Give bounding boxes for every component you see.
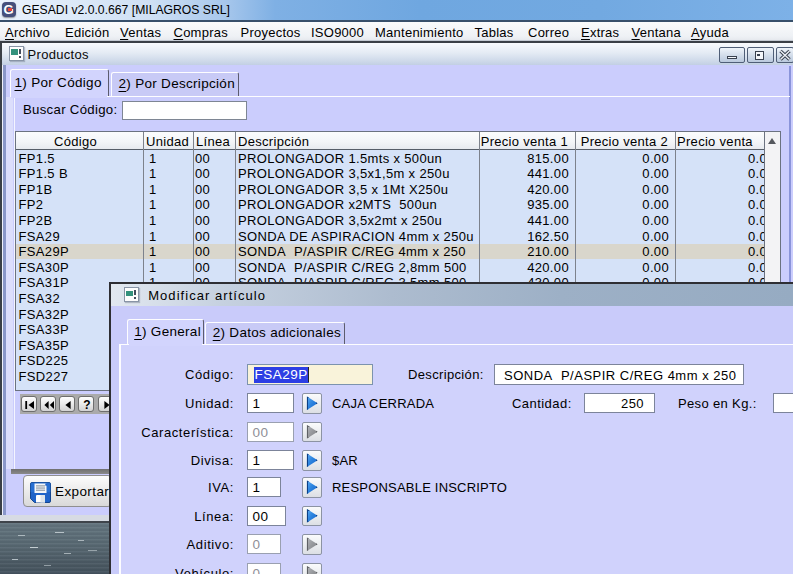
svg-text:?: ? bbox=[83, 398, 91, 412]
